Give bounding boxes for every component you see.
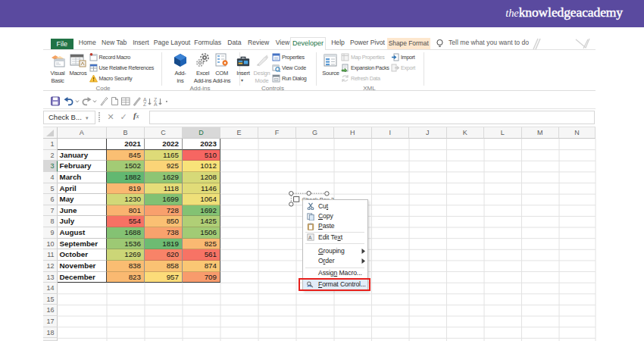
svg-text:A: A [308,235,312,240]
